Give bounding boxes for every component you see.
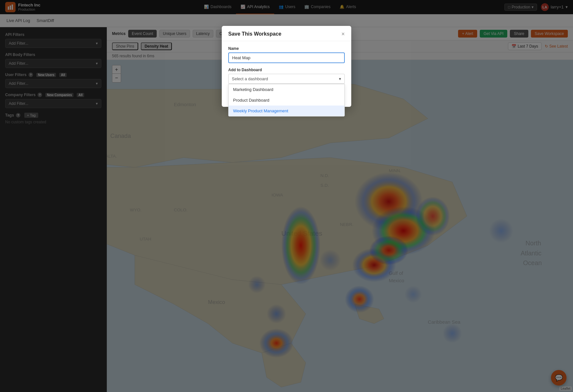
dashboard-label: Add to Dashboard xyxy=(228,68,345,72)
modal-body: Name Add to Dashboard Select a dashboard… xyxy=(222,41,351,89)
dashboard-option-marketing[interactable]: Marketing Dashboard xyxy=(229,84,344,95)
dashboard-select-label: Select a dashboard xyxy=(232,76,268,81)
modal-header: Save This Workspace × xyxy=(222,26,351,41)
name-label: Name xyxy=(228,46,345,51)
modal-overlay: Save This Workspace × Name Add to Dashbo… xyxy=(0,0,573,392)
dashboard-select[interactable]: Select a dashboard ▾ xyxy=(228,74,345,84)
modal-title: Save This Workspace xyxy=(228,31,281,37)
chevron-down-icon: ▾ xyxy=(339,76,341,81)
dashboard-option-product[interactable]: Product Dashboard xyxy=(229,95,344,106)
dashboard-options-list: Marketing Dashboard Product Dashboard We… xyxy=(228,84,345,117)
dashboard-option-weekly[interactable]: Weekly Product Management xyxy=(229,106,344,116)
workspace-name-input[interactable] xyxy=(228,52,345,63)
modal-close-button[interactable]: × xyxy=(341,31,345,37)
save-workspace-modal: Save This Workspace × Name Add to Dashbo… xyxy=(222,26,351,107)
dashboard-dropdown: Select a dashboard ▾ Marketing Dashboard… xyxy=(228,74,345,84)
